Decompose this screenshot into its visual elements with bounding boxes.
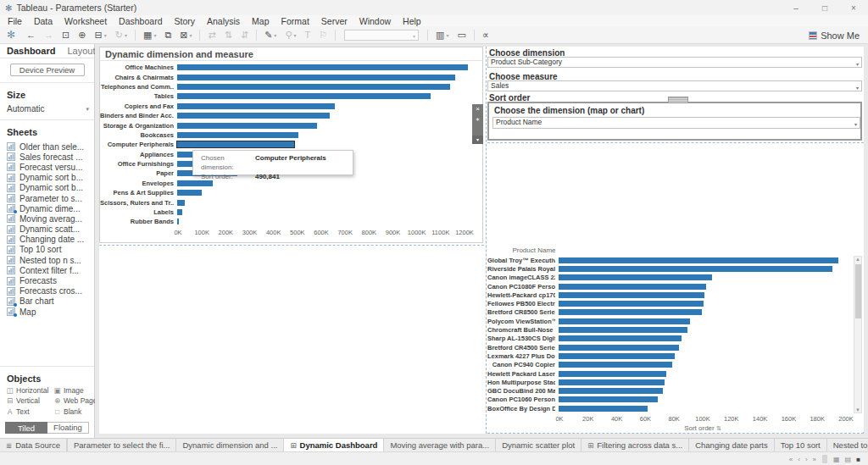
bar[interactable] xyxy=(559,274,712,280)
close-button[interactable]: × xyxy=(839,0,868,15)
bar-row[interactable]: Office Machines xyxy=(100,63,482,72)
save-icon[interactable]: ⊡ xyxy=(58,30,74,41)
sidebar-sheet-item[interactable]: Context filter f... xyxy=(0,265,94,275)
menu-item-file[interactable]: File xyxy=(2,16,28,26)
sheet-tab-0[interactable]: ≣Data Source xyxy=(0,439,67,451)
bar-row[interactable]: Canon imageCLASS 22.. xyxy=(487,274,864,282)
bar[interactable] xyxy=(559,371,666,377)
bar-row[interactable]: Copiers and Fax xyxy=(100,102,482,111)
zone-menu-icon[interactable]: ▾ xyxy=(472,136,483,144)
bar-row[interactable]: Pens & Art Supplies xyxy=(100,188,482,197)
sheet-tab-7[interactable]: Changing date parts xyxy=(689,439,775,451)
bar[interactable] xyxy=(559,292,704,298)
bar-row[interactable]: GBC DocuBind 200 Ma.. xyxy=(487,386,864,395)
bar-row[interactable]: Canon PC1060 Persona.. xyxy=(487,396,864,404)
bar-row[interactable]: Scissors, Rulers and Tr.. xyxy=(100,197,482,207)
nav-first-icon[interactable]: « xyxy=(787,456,795,463)
bar[interactable] xyxy=(559,388,663,394)
sidebar-sheet-item[interactable]: Dynamic dime... xyxy=(0,203,94,213)
sidebar-sheet-item[interactable]: Forecasts cros... xyxy=(0,286,94,296)
menu-item-worksheet[interactable]: Worksheet xyxy=(58,16,113,26)
bar-row[interactable]: Bookcases xyxy=(100,130,482,140)
nav-prev-icon[interactable]: ‹ xyxy=(795,456,803,463)
sidebar-sheet-item[interactable]: Bar chart xyxy=(0,296,94,307)
tab-layout[interactable]: Layout xyxy=(67,46,95,56)
new-worksheet-icon[interactable]: ▦▾ xyxy=(139,30,160,41)
sheet-tab-6[interactable]: ⊞Filtering across data s... xyxy=(581,439,689,451)
show-cards-icon[interactable]: ▥▾ xyxy=(431,30,453,41)
bar[interactable] xyxy=(177,190,202,196)
pause-updates-icon[interactable]: ⊟▾ xyxy=(91,30,111,41)
scroll-up-icon[interactable]: ▲ xyxy=(854,257,861,262)
bar-row[interactable]: Bretford CR8500 Series.. xyxy=(487,308,864,317)
object-web-page[interactable]: ⊕Web Page xyxy=(53,396,99,407)
highlight-icon[interactable]: ✎▾ xyxy=(260,30,281,41)
bar[interactable] xyxy=(559,353,675,359)
view-filmstrip-icon[interactable]: ▤ xyxy=(843,456,854,463)
tab-dashboard[interactable]: Dashboard xyxy=(7,46,55,56)
choose-measure-select[interactable]: Sales ▾ xyxy=(487,80,862,91)
zone-drag-handle[interactable] xyxy=(668,97,688,103)
bar[interactable] xyxy=(177,75,455,80)
menu-item-dashboard[interactable]: Dashboard xyxy=(113,16,168,26)
bar-row[interactable]: Lexmark 4227 Plus Dot .. xyxy=(487,352,864,360)
menu-item-window[interactable]: Window xyxy=(353,16,397,26)
bar[interactable] xyxy=(177,103,335,109)
pin-zone-icon[interactable]: ⁎ xyxy=(476,114,480,125)
bar[interactable] xyxy=(559,266,832,272)
sidebar-sheet-item[interactable]: Forecasts xyxy=(0,275,94,285)
selected-parameter-zone[interactable]: Choose the dimension (map or chart) Prod… xyxy=(487,102,862,141)
bar-row[interactable]: Sharp AL-1530CS Digit.. xyxy=(487,335,864,343)
object-blank[interactable]: □Blank xyxy=(53,407,99,417)
sidebar-sheet-item[interactable]: Dynamic sort b... xyxy=(0,183,94,193)
bar-row[interactable]: Hewlett-Packard cp170.. xyxy=(487,291,864,299)
bar-row[interactable]: Canon PC940 Copier xyxy=(487,361,864,369)
device-preview-button[interactable]: Device Preview xyxy=(10,64,85,76)
bar[interactable] xyxy=(177,209,182,215)
sidebar-sheet-item[interactable]: Dynamic scatt... xyxy=(0,224,94,235)
bar[interactable] xyxy=(559,362,672,368)
duplicate-icon[interactable]: ⧉ xyxy=(160,30,175,41)
bar[interactable] xyxy=(177,132,298,138)
bar-row[interactable]: Polycom ViewStation™ .. xyxy=(487,317,864,325)
bar-row[interactable]: Storage & Organization xyxy=(100,120,482,130)
sidebar-sheet-item[interactable]: Sales forecast ... xyxy=(0,152,94,162)
view-fullscreen-icon[interactable]: ■ xyxy=(854,456,863,463)
object-text[interactable]: AText xyxy=(5,407,53,417)
bar-row[interactable]: Hewlett Packard LaserJ.. xyxy=(487,369,864,378)
add-datasource-icon[interactable]: ⊕ xyxy=(74,30,90,41)
main-chart-zone[interactable]: Dynamic dimension and measure Office Mac… xyxy=(99,47,483,243)
scroll-down-icon[interactable]: ▼ xyxy=(854,407,861,412)
bar[interactable] xyxy=(559,345,679,351)
bar-row[interactable]: Bretford CR4500 Series.. xyxy=(487,343,864,352)
bar-row[interactable]: Tables xyxy=(100,91,482,101)
share-icon[interactable]: ∝ xyxy=(478,30,493,41)
sidebar-sheet-item[interactable]: Forecast versu... xyxy=(0,162,94,172)
sheet-tab-5[interactable]: Dynamic scatter plot xyxy=(496,439,581,451)
bar-row[interactable]: Fellowes PB500 Electri.. xyxy=(487,299,864,307)
bar[interactable] xyxy=(177,200,185,206)
bar-row[interactable]: Labels xyxy=(100,208,482,217)
bar[interactable] xyxy=(559,257,838,263)
bar-row[interactable]: Telephones and Comm.. xyxy=(100,82,482,91)
bar-row[interactable]: Binders and Binder Acc.. xyxy=(100,111,482,120)
sort-icon[interactable]: ⇅ xyxy=(716,425,721,431)
sheet-tab-8[interactable]: Top 10 sort xyxy=(775,439,827,451)
menu-item-help[interactable]: Help xyxy=(397,16,427,26)
bar[interactable] xyxy=(177,113,330,119)
object-horizontal[interactable]: ◫Horizontal xyxy=(5,385,53,396)
sidebar-sheet-item[interactable]: Dynamic sort b... xyxy=(0,173,94,183)
bar[interactable] xyxy=(177,123,317,129)
product-chart-zone[interactable]: Product Name Global Troy™ Executiv..Rive… xyxy=(487,246,864,432)
bar[interactable] xyxy=(559,396,658,402)
maximize-button[interactable]: □ xyxy=(810,0,839,15)
sheet-tab-4[interactable]: Moving average with para... xyxy=(384,439,496,451)
tiled-button[interactable]: Tiled xyxy=(5,422,47,434)
nav-next-icon[interactable]: › xyxy=(803,456,810,463)
menu-item-server[interactable]: Server xyxy=(315,16,353,26)
menu-item-map[interactable]: Map xyxy=(246,16,275,26)
scrollbar-thumb[interactable] xyxy=(855,264,861,318)
bar-row[interactable]: Chromcraft Bull-Nose .. xyxy=(487,325,864,334)
remove-zone-icon[interactable]: × xyxy=(476,104,480,114)
menu-item-format[interactable]: Format xyxy=(275,16,315,26)
